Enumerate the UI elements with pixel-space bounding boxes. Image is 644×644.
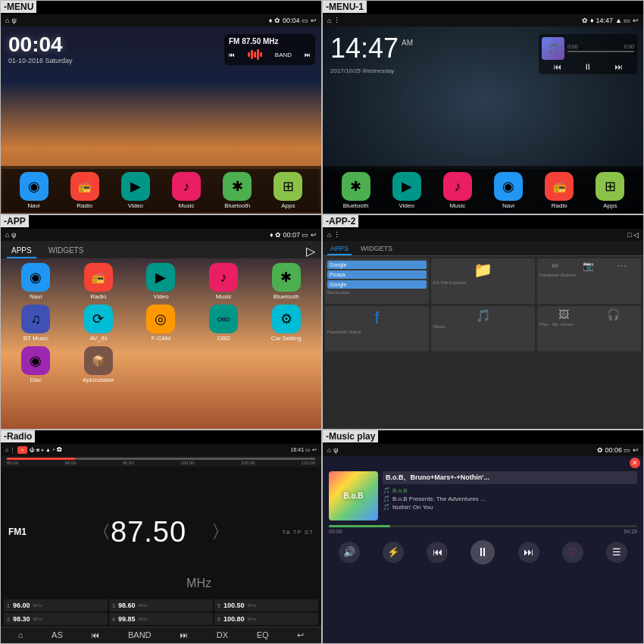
app-avin-btn[interactable]: ⟳ AV_IN — [70, 305, 128, 342]
app-btmusic-btn[interactable]: ♫ BT Music — [7, 305, 65, 342]
menu1-bluetooth-btn[interactable]: ✱ Bluetooth — [342, 172, 370, 209]
band-btn[interactable]: BAND — [275, 52, 292, 58]
app-tab-apps[interactable]: APPS — [7, 244, 36, 258]
menu1-radio-btn[interactable]: 📻 Radio — [545, 172, 574, 209]
music-volume-btn[interactable]: 🔊 — [339, 542, 360, 563]
music-icon-btn[interactable]: ♪ Music — [172, 172, 201, 209]
music-album-art: B.o.B — [329, 471, 378, 521]
radio-preset-1[interactable]: 1 96.00 MHz — [4, 599, 108, 611]
radio-band-btn[interactable]: BAND — [128, 630, 152, 640]
app-screen: ⌂ ψ ♦ ✿ 00:07 ▭ ↩ APPS WIDGETS ▷ ◉ Navi — [1, 229, 321, 428]
widget-facebook-status[interactable]: f Facebook Status — [325, 306, 429, 352]
app-video-btn[interactable]: ▶ Video — [132, 263, 190, 300]
menu1-video-btn[interactable]: ▶ Video — [392, 172, 421, 209]
app-music-btn[interactable]: ♪ Music — [195, 263, 253, 300]
app-menu-icon[interactable]: ▷ — [306, 244, 315, 258]
music-play-btn[interactable]: ⏸ — [470, 540, 495, 564]
menu1-icons-row: ✱ Bluetooth ▶ Video ♪ Music ◉ — [324, 169, 642, 212]
radio-preset-3[interactable]: 3 98.60 MHz — [109, 599, 213, 611]
menu1-apps-btn[interactable]: ⊞ Apps — [596, 172, 624, 209]
radio-as-btn[interactable]: AS — [52, 630, 63, 640]
next-btn[interactable]: ⏭ — [305, 52, 311, 58]
menu1-ampm: AM — [402, 39, 413, 47]
navi-icon-btn[interactable]: ◉ Navi — [20, 172, 48, 209]
app-panel: -APP ⌂ ψ ♦ ✿ 00:07 ▭ ↩ APPS WIDGETS ▷ ◉ — [0, 214, 322, 429]
menu-media-controls: ⏮ BAND ⏭ — [229, 47, 311, 62]
radio-frequency: 87.50 — [111, 516, 186, 549]
radio-add-btn[interactable]: ＋ — [17, 446, 27, 454]
radio-home-btn[interactable]: ⌂ — [18, 630, 23, 640]
menu1-panel: -MENU-1 ⌂ ⋮ ✿ ♦ 14:47 ▲ ▭ ↩ 14:47 AM 201… — [322, 0, 644, 214]
radio-dx-btn[interactable]: DX — [217, 630, 228, 640]
music-artist: B.o.B、Bruno+Mars+-+Nothin'... — [383, 471, 637, 484]
radio-band: FM1 — [8, 527, 27, 537]
apps-icon-btn[interactable]: ⊞ Apps — [274, 172, 302, 209]
app-obd-btn[interactable]: OBD OBD — [195, 305, 253, 342]
radio-preset-4[interactable]: 4 99.85 MHz — [109, 613, 213, 625]
radio-next-freq[interactable]: 〉 — [211, 520, 230, 544]
music-status-bar: ⌂ ψ ✿ 00:06 ▭ ↩ — [323, 444, 643, 456]
app-radio-btn[interactable]: 📻 Radio — [70, 263, 128, 300]
radio-preset-2[interactable]: 2 98.30 MHz — [4, 613, 108, 625]
menu1-pause[interactable]: ⏸ — [583, 62, 592, 71]
bluetooth-icon-btn[interactable]: ✱ Bluetooth — [223, 172, 252, 209]
music-eq-btn[interactable]: ⚡ — [383, 542, 404, 563]
app-disc-btn[interactable]: ◉ Disc — [7, 346, 65, 383]
menu-screen: ⌂ ψ ♦ ✿ 00:04 ▭ ↩ 00:04 01-10-2016 Satur… — [1, 14, 321, 214]
app2-tab-widgets[interactable]: WIDGETS — [358, 243, 395, 255]
radio-icon-btn[interactable]: 📻 Radio — [70, 172, 99, 209]
prev-btn[interactable]: ⏮ — [229, 52, 235, 58]
menu1-album-art: 🎵 — [542, 37, 564, 60]
app2-tab-apps[interactable]: APPS — [327, 243, 352, 255]
music-list-btn[interactable]: ☰ — [606, 542, 627, 563]
music-time-total: 04:29 — [624, 529, 637, 534]
radio-prev-freq[interactable]: 〈 — [92, 520, 111, 544]
widget-play-library[interactable]: 🖼 🎧 Play - My Library — [537, 306, 641, 352]
music-close-btn[interactable]: ✕ — [630, 458, 640, 468]
music-controls-row: 🔊 ⚡ ⏮ ⏸ ⏭ ♡ ☰ — [323, 537, 643, 567]
menu1-next[interactable]: ⏭ — [614, 62, 623, 71]
menu-panel: -MENU ⌂ ψ ♦ ✿ 00:04 ▭ ↩ 00:04 01-10- — [0, 0, 322, 214]
radio-panel: -Radio ⌂ ⋮ ＋ ⏻ ▤ ⊕ ▲ ◈ ✿ 16:41 ▭ ↩ 85.00 — [0, 430, 322, 644]
music-track1[interactable]: 🎵 B.o.B — [383, 487, 637, 494]
main-grid: -MENU ⌂ ψ ♦ ✿ 00:04 ▭ ↩ 00:04 01-10- — [0, 0, 644, 644]
menu1-prev[interactable]: ⏮ — [553, 62, 561, 71]
music-content: B.o.B B.o.B、Bruno+Mars+-+Nothin'... 🎵 B.… — [323, 470, 643, 522]
app-apkinstaller-btn[interactable]: 📦 ApkInstaller — [70, 346, 128, 383]
radio-back-btn[interactable]: ↩ — [297, 630, 304, 640]
music-next-btn[interactable]: ⏭ — [518, 542, 539, 563]
radio-label: -Radio — [1, 430, 35, 442]
app-carsetting-btn[interactable]: ⚙ Car Setting — [257, 305, 315, 342]
music-progress-bar[interactable] — [329, 525, 637, 527]
widget-bookmarks[interactable]: Google Picasa Google Bookmarks — [325, 258, 429, 304]
radio-preset-6[interactable]: 6 100.80 MHz — [214, 613, 318, 625]
menu1-navi-btn[interactable]: ◉ Navi — [494, 172, 523, 209]
widget-music[interactable]: 🎵 Music — [431, 306, 535, 352]
radio-preset-5[interactable]: 5 100.50 MHz — [214, 599, 318, 611]
music-screen: ⌂ ψ ✿ 00:06 ▭ ↩ ✕ B.o.B B.o.B、Bruno+Mars… — [323, 444, 643, 643]
radio-eq-btn[interactable]: EQ — [257, 630, 269, 640]
menu-status-left: ⌂ ψ — [5, 17, 17, 24]
radio-controls: ⌂ AS ⏮ BAND ⏭ DX EQ ↩ — [1, 627, 321, 643]
app2-status-bar: ⌂ ⋮ □ ◁ — [323, 229, 643, 241]
radio-main-display: FM1 〈 87.50 MHz 〉 TA TP ST — [1, 467, 321, 598]
widget-facebook-buttons[interactable]: ✏ 📷 ⋯ Facebook Buttons — [537, 258, 641, 304]
video-icon-btn[interactable]: ▶ Video — [121, 172, 150, 209]
radio-prev-btn[interactable]: ⏮ — [91, 630, 99, 640]
music-prev-btn[interactable]: ⏮ — [427, 542, 448, 563]
widget-es-explorer[interactable]: 📁 ES File Explorer — [431, 258, 535, 304]
menu1-status-bar: ⌂ ⋮ ✿ ♦ 14:47 ▲ ▭ ↩ — [323, 14, 643, 27]
music-track3[interactable]: 🎵 Nothin' On You — [383, 504, 637, 511]
menu-label: -MENU — [1, 1, 36, 13]
menu1-screen: ⌂ ⋮ ✿ ♦ 14:47 ▲ ▭ ↩ 14:47 AM 2017/10/25 … — [323, 14, 643, 214]
menu1-controls: ⏮ ⏸ ⏭ — [542, 62, 634, 71]
menu-media-widget: FM 87.50 MHz ⏮ BAND ⏭ — [224, 34, 315, 65]
radio-next-btn[interactable]: ⏭ — [180, 630, 188, 640]
app-tab-widgets[interactable]: WIDGETS — [44, 244, 89, 258]
app-bluetooth-btn[interactable]: ✱ Bluetooth — [257, 263, 315, 300]
music-heart-btn[interactable]: ♡ — [562, 542, 583, 563]
app-fcam-btn[interactable]: ◎ F-CAM — [132, 305, 190, 342]
music-track2[interactable]: 🎵 B.o.B Presents: The Adventures ... — [383, 496, 637, 502]
menu1-music-btn[interactable]: ♪ Music — [443, 172, 472, 209]
app-navi-btn[interactable]: ◉ Navi — [7, 263, 65, 300]
